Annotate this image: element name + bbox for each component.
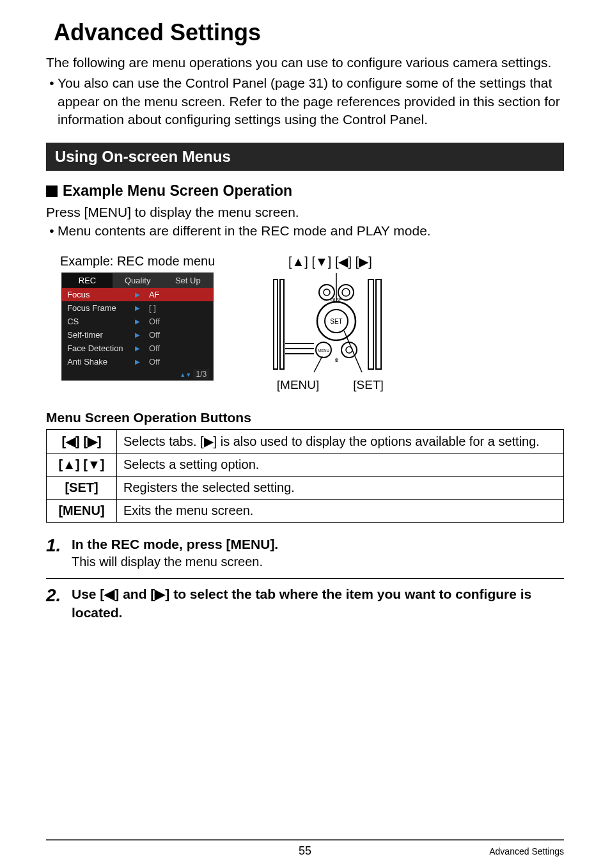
button-key: [MENU] [47, 500, 117, 523]
step-1: 1. In the REC mode, press [MENU]. This w… [46, 535, 564, 569]
set-button-label: [SET] [353, 378, 384, 392]
table-row: [SET] Registers the selected setting. [47, 477, 564, 500]
rec-item: Focus▶ [62, 288, 145, 301]
step-instruction: In the REC mode, press [MENU]. [72, 535, 564, 553]
buttons-table: [◀] [▶] Selects tabs. [▶] is also used t… [46, 429, 564, 523]
bullet-icon: • [46, 222, 58, 240]
triangle-down-icon: ▼ [185, 372, 191, 378]
square-icon [46, 185, 58, 197]
button-desc: Registers the selected setting. [117, 477, 564, 500]
table-row: [▲] [▼] Selects a setting option. [47, 454, 564, 477]
rec-value: Off [145, 342, 213, 355]
step-divider [46, 578, 564, 579]
rec-item: Anti Shake▶ [62, 355, 145, 368]
control-pad-diagram: DISP SET MENU 🗑 [272, 273, 387, 375]
rec-menu-caption: Example: REC mode menu [60, 254, 215, 269]
button-desc: Selects tabs. [▶] is also used to displa… [117, 430, 564, 454]
rec-item: Self-timer▶ [62, 328, 145, 342]
svg-line-21 [314, 356, 322, 372]
rec-value: Off [145, 315, 213, 328]
menu-button-label: [MENU] [277, 378, 320, 392]
figure-area: Example: REC mode menu REC Quality Set U… [60, 254, 564, 392]
rec-value: [ ] [145, 301, 213, 315]
svg-text:MENU: MENU [318, 349, 329, 352]
rec-value: AF [145, 288, 213, 301]
svg-text:🗑: 🗑 [334, 358, 339, 362]
svg-point-8 [324, 289, 330, 296]
intro-bullet: • You also can use the Control Panel (pa… [46, 74, 564, 129]
chevron-right-icon: ▶ [135, 318, 140, 325]
rec-tab-rec: REC [62, 273, 113, 288]
table-row: [◀] [▶] Selects tabs. [▶] is also used t… [47, 430, 564, 454]
rec-item: CS▶ [62, 315, 145, 328]
chevron-right-icon: ▶ [135, 331, 140, 338]
page-number: 55 [299, 844, 311, 858]
intro-text: The following are menu operations you ca… [46, 54, 564, 72]
svg-rect-2 [368, 280, 373, 369]
rec-menu-screenshot: REC Quality Set Up Focus▶ Focus Frame▶ C… [61, 272, 214, 381]
button-key: [SET] [47, 477, 117, 500]
table-row: [MENU] Exits the menu screen. [47, 500, 564, 523]
mode-note-text: Menu contents are different in the REC m… [58, 222, 564, 240]
svg-rect-3 [376, 280, 381, 369]
rec-value: Off [145, 355, 213, 368]
dpad-arrows-label: [▲] [▼] [◀] [▶] [288, 254, 372, 269]
svg-point-10 [342, 288, 350, 296]
chevron-right-icon: ▶ [135, 304, 140, 312]
rec-item: Focus Frame▶ [62, 301, 145, 315]
triangle-up-icon: ▲ [180, 372, 185, 378]
button-desc: Selects a setting option. [117, 454, 564, 477]
steps-list: 1. In the REC mode, press [MENU]. This w… [46, 535, 564, 622]
footer-section-name: Advanced Settings [489, 846, 564, 856]
page-footer: 55 Advanced Settings [46, 839, 564, 858]
rec-menu-figure: Example: REC mode menu REC Quality Set U… [60, 254, 215, 381]
button-desc: Exits the menu screen. [117, 500, 564, 523]
subsection-heading: Example Menu Screen Operation [46, 182, 564, 200]
svg-rect-0 [274, 280, 278, 369]
button-key: [▲] [▼] [47, 454, 117, 477]
rec-menu-footer: ▲▼ 1/3 [62, 368, 213, 380]
press-menu-text: Press [MENU] to display the menu screen. [46, 203, 564, 221]
chevron-right-icon: ▶ [135, 358, 140, 365]
step-number: 2. [46, 585, 72, 606]
svg-rect-1 [280, 280, 284, 369]
buttons-heading: Menu Screen Operation Buttons [46, 410, 564, 425]
intro-bullet-text: You also can use the Control Panel (page… [58, 74, 564, 129]
rec-tab-quality: Quality [113, 273, 163, 288]
step-subtext: This will display the menu screen. [72, 555, 564, 569]
mode-note-bullet: • Menu contents are different in the REC… [46, 222, 564, 240]
rec-item: Face Detection▶ [62, 342, 145, 355]
chevron-right-icon: ▶ [135, 345, 140, 352]
control-pad-figure: [▲] [▼] [◀] [▶] DISP SET [260, 254, 400, 392]
page-title: Advanced Settings [54, 19, 564, 46]
chevron-right-icon: ▶ [135, 291, 140, 298]
step-2: 2. Use [◀] and [▶] to select the tab whe… [46, 585, 564, 622]
rec-page-indicator: 1/3 [193, 369, 209, 379]
section-heading: Using On-screen Menus [46, 143, 564, 171]
rec-tab-setup: Set Up [163, 273, 214, 288]
bullet-icon: • [46, 74, 58, 129]
step-instruction: Use [◀] and [▶] to select the tab where … [72, 585, 564, 622]
rec-value: Off [145, 328, 213, 342]
subsection-title: Example Menu Screen Operation [63, 182, 292, 200]
button-key: [◀] [▶] [47, 430, 117, 454]
svg-text:SET: SET [331, 318, 343, 325]
step-number: 1. [46, 535, 72, 556]
